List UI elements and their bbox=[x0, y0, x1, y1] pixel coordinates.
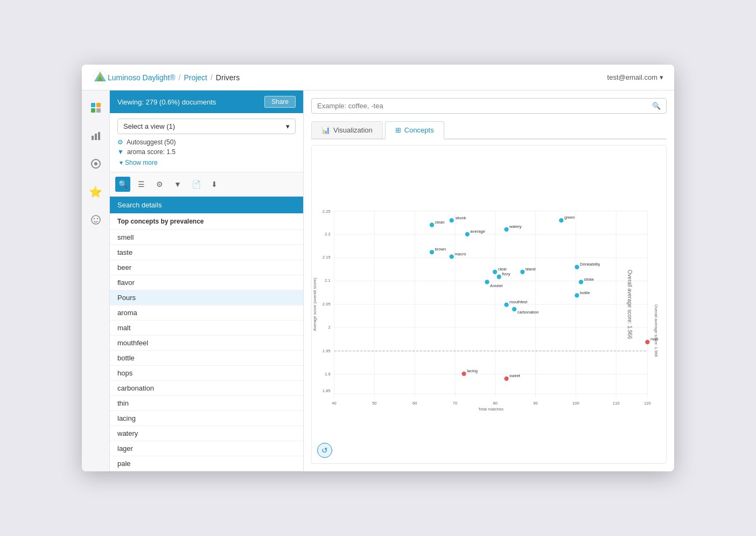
label-amstel: Amstel bbox=[490, 283, 503, 288]
list-item[interactable]: Pours bbox=[110, 290, 303, 305]
sidebar-icon-bar-chart[interactable] bbox=[87, 127, 104, 144]
list-item[interactable]: flavor bbox=[110, 275, 303, 290]
svg-rect-3 bbox=[91, 108, 95, 113]
list-item[interactable]: watery bbox=[110, 426, 303, 441]
point-drinkability bbox=[575, 265, 579, 269]
concepts-header-label: Top concepts by prevalence bbox=[117, 218, 204, 225]
breadcrumb-project[interactable]: Project bbox=[184, 73, 207, 82]
list-item[interactable]: pale bbox=[110, 456, 303, 471]
point-average bbox=[465, 232, 470, 236]
svg-text:1.95: 1.95 bbox=[323, 349, 331, 353]
label-brown: brown bbox=[435, 247, 446, 252]
point-green bbox=[559, 218, 563, 222]
viewing-bar: Viewing: 279 (0.6%) documents Share bbox=[110, 91, 303, 113]
share-button[interactable]: Share bbox=[264, 96, 296, 108]
label-green: green bbox=[564, 215, 575, 220]
chevron-down-icon: ▾ bbox=[660, 73, 663, 81]
tab-visualization[interactable]: 📊 Visualization bbox=[311, 121, 383, 138]
breadcrumb-current: Drivers bbox=[216, 73, 240, 82]
aroma-score-tag: ▼ aroma score: 1.5 bbox=[117, 148, 296, 156]
svg-rect-6 bbox=[95, 134, 97, 140]
label-macro: macro bbox=[454, 252, 466, 256]
show-more-button[interactable]: ▾ Show more bbox=[120, 159, 296, 166]
list-item[interactable]: thin bbox=[110, 396, 303, 411]
list-item[interactable]: beer bbox=[110, 260, 303, 275]
toolbar-settings-btn[interactable]: ⚙ bbox=[152, 177, 167, 192]
svg-text:Overall average score: 1.966: Overall average score: 1.966 bbox=[654, 304, 659, 357]
funnel-icon: ▼ bbox=[117, 148, 124, 156]
point-bland bbox=[520, 270, 524, 274]
list-item[interactable]: taste bbox=[110, 245, 303, 260]
list-item[interactable]: carbonation bbox=[110, 381, 303, 396]
right-panel: 🔍 📊 Visualization ⊞ Concepts bbox=[304, 91, 674, 471]
list-item[interactable]: aroma bbox=[110, 305, 303, 321]
select-view-dropdown[interactable]: Select a view (1) ▾ bbox=[117, 119, 296, 134]
breadcrumb-app[interactable]: Luminoso Daylight® bbox=[108, 73, 176, 82]
breadcrumb-sep2: / bbox=[211, 73, 213, 82]
search-details-header: Search details bbox=[110, 197, 303, 213]
toolbar-doc-btn[interactable]: 📄 bbox=[188, 177, 204, 192]
svg-text:60: 60 bbox=[412, 401, 417, 406]
label-bottle: bottle bbox=[580, 290, 590, 295]
toolbar-filter-btn[interactable]: ▼ bbox=[170, 177, 185, 192]
aroma-score-label: aroma score: 1.5 bbox=[127, 148, 176, 156]
label-skunk: skunk bbox=[456, 215, 466, 220]
svg-point-9 bbox=[94, 162, 97, 165]
list-item[interactable]: bottle bbox=[110, 351, 303, 366]
search-icon: 🔍 bbox=[652, 102, 661, 110]
sidebar-icon-smiley[interactable] bbox=[87, 211, 104, 228]
main-layout: ⭐ Viewing: 279 (0.6%) documents Share Se… bbox=[82, 91, 674, 471]
toolbar-list-btn[interactable]: ☰ bbox=[134, 177, 149, 192]
search-input[interactable] bbox=[317, 102, 648, 110]
scatter-chart: .axis-label { font-family: -apple-system… bbox=[312, 145, 666, 463]
svg-text:2.25: 2.25 bbox=[323, 209, 331, 214]
svg-text:2.2: 2.2 bbox=[325, 232, 331, 236]
point-mouthfeel bbox=[504, 303, 508, 307]
sidebar-icon-star[interactable]: ⭐ bbox=[87, 183, 104, 200]
list-item[interactable]: lager bbox=[110, 441, 303, 456]
select-view-label: Select a view (1) bbox=[123, 122, 175, 130]
viewing-text: Viewing: 279 (0.6%) documents bbox=[117, 98, 216, 106]
svg-rect-5 bbox=[92, 136, 94, 140]
breadcrumb-sep1: / bbox=[179, 73, 181, 82]
filter-section: Select a view (1) ▾ ⚙ Autosuggest (50) ▼… bbox=[110, 113, 303, 172]
user-menu[interactable]: test@email.com ▾ bbox=[607, 73, 663, 81]
sidebar-icon-circle[interactable] bbox=[87, 155, 104, 172]
label-malt: malt bbox=[650, 337, 659, 342]
list-item[interactable]: hops bbox=[110, 366, 303, 381]
autosuggest-label: Autosuggest (50) bbox=[127, 138, 176, 146]
point-fizzy bbox=[497, 275, 501, 279]
tab-concepts[interactable]: ⊞ Concepts bbox=[385, 121, 444, 140]
point-clear bbox=[493, 270, 497, 274]
svg-text:2.05: 2.05 bbox=[323, 302, 331, 307]
show-more-label: Show more bbox=[125, 159, 158, 166]
left-panel: Viewing: 279 (0.6%) documents Share Sele… bbox=[110, 91, 304, 471]
list-item[interactable]: lacing bbox=[110, 411, 303, 426]
svg-text:70: 70 bbox=[453, 401, 457, 406]
point-malt bbox=[645, 340, 649, 344]
reset-button[interactable]: ↺ bbox=[317, 443, 332, 458]
label-lacing: lacing bbox=[467, 368, 478, 373]
filter-tags: ⚙ Autosuggest (50) ▼ aroma score: 1.5 bbox=[117, 138, 296, 156]
label-mouthfeel: mouthfeel bbox=[509, 300, 528, 304]
chart-area: .axis-label { font-family: -apple-system… bbox=[311, 145, 667, 464]
label-watery: watery bbox=[509, 224, 522, 229]
point-amstel bbox=[485, 280, 489, 284]
toolbar-search-btn[interactable]: 🔍 bbox=[115, 177, 130, 192]
sidebar-icons: ⭐ bbox=[82, 91, 110, 471]
point-clean bbox=[430, 222, 434, 227]
list-item[interactable]: smell bbox=[110, 230, 303, 245]
label-straw: straw bbox=[584, 277, 594, 282]
list-item[interactable]: malt bbox=[110, 321, 303, 336]
svg-text:90: 90 bbox=[533, 401, 537, 406]
label-fizzy: fizzy bbox=[502, 272, 510, 276]
toolbar-download-btn[interactable]: ⬇ bbox=[207, 177, 222, 192]
label-carbonation: carbonation bbox=[517, 310, 539, 315]
sidebar-icon-grid[interactable] bbox=[87, 99, 104, 116]
point-lacing bbox=[461, 372, 466, 376]
svg-point-10 bbox=[92, 215, 100, 224]
chevron-down-icon: ▾ bbox=[120, 159, 123, 166]
svg-text:120: 120 bbox=[644, 401, 651, 406]
list-item[interactable]: mouthfeel bbox=[110, 336, 303, 351]
chevron-down-icon: ▾ bbox=[286, 122, 290, 130]
